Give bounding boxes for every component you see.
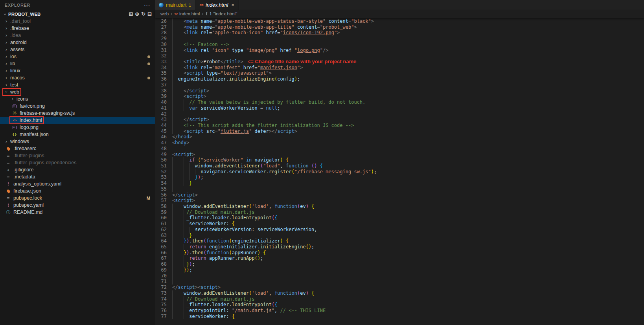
- code-line-57[interactable]: 57<script>: [155, 198, 644, 204]
- new-file-icon[interactable]: ⊞: [129, 11, 133, 17]
- tree-item-linux[interactable]: ›linux: [0, 67, 155, 74]
- new-folder-icon[interactable]: ⊕: [135, 11, 139, 17]
- explorer-more-actions-icon[interactable]: ···: [144, 2, 150, 8]
- code-line-66[interactable]: 66 }).then(function(appRunner) {: [155, 250, 644, 256]
- code-line-39[interactable]: 39 <script>: [155, 94, 644, 99]
- explorer-root-section[interactable]: › PROBOT_WEB ⊞⊕↻⊟: [0, 10, 155, 18]
- tree-item-index-html[interactable]: <>index.html: [0, 117, 155, 124]
- code-line-49[interactable]: 49<script>: [155, 152, 644, 158]
- code-line-40[interactable]: 40 // The value below is injected by flu…: [155, 99, 644, 105]
- indent-guide: [178, 42, 178, 48]
- tree-item-lib[interactable]: ›lib: [0, 60, 155, 67]
- code-line-60[interactable]: 60 _flutter.loader.loadEntrypoint({: [155, 215, 644, 221]
- tree-item-icons[interactable]: ›icons: [0, 95, 155, 103]
- code-line-50[interactable]: 50 if ("serviceWorker" in navigator) {: [155, 157, 644, 163]
- tree-item-readme-md[interactable]: ⓘREADME.md: [0, 209, 155, 216]
- tree-item--gitignore[interactable]: ◆.gitignore: [0, 166, 155, 173]
- code-line-64[interactable]: 64 }).then(function(engineInitializer) {: [155, 238, 644, 244]
- code-line-65[interactable]: 65 return engineInitializer.initializeEn…: [155, 244, 644, 250]
- code-line-45[interactable]: 45 <script src="flutter.js" defer></scri…: [155, 129, 644, 134]
- tree-item-pubspec-lock[interactable]: ≡pubspec.lockM: [0, 195, 155, 202]
- code-line-55[interactable]: 55: [155, 186, 644, 192]
- tree-item-logo-png[interactable]: logo.png: [0, 124, 155, 131]
- code-line-30[interactable]: 30 <!-- Favicon -->: [155, 42, 644, 48]
- tree-item-firebase-messaging-sw-js[interactable]: JSfirebase-messaging-sw.js: [0, 110, 155, 117]
- tree-item-manifest-json[interactable]: {}manifest.json: [0, 131, 155, 138]
- code-line-34[interactable]: 34 <link rel="manifest" href="manifest.j…: [155, 65, 644, 71]
- refresh-icon[interactable]: ↻: [141, 11, 145, 17]
- tree-item-macos[interactable]: ›macos: [0, 74, 155, 81]
- tab-problems-badge: 1: [189, 3, 191, 7]
- tree-item--metadata[interactable]: ≡.metadata: [0, 173, 155, 180]
- code-line-31[interactable]: 31 <link rel="icon" type="image/png" hre…: [155, 48, 644, 53]
- code-line-76[interactable]: 76 entrypointUrl: "/main.dart.js", // <-…: [155, 308, 644, 314]
- code-line-56[interactable]: 56</script>: [155, 192, 644, 198]
- code-line-67[interactable]: 67 return appRunner.runApp();: [155, 255, 644, 261]
- code-line-37[interactable]: 37: [155, 82, 644, 88]
- close-icon[interactable]: ×: [231, 2, 234, 8]
- code-line-43[interactable]: 43 </script>: [155, 117, 644, 123]
- breadcrumb-item-index-html[interactable]: <> index.html: [174, 11, 200, 16]
- code-line-51[interactable]: 51 window.addEventListener("load", funct…: [155, 163, 644, 169]
- code-line-33[interactable]: 33 <title>Probot</title> <= Change title…: [155, 59, 644, 65]
- tree-item-android[interactable]: ›android: [0, 39, 155, 46]
- tree-item--idea[interactable]: ›.idea: [0, 32, 155, 39]
- code-line-70[interactable]: 70: [155, 273, 644, 279]
- code-line-71[interactable]: 71: [155, 279, 644, 285]
- tree-item--flutter-plugins-dependencies[interactable]: ≡.flutter-plugins-dependencies: [0, 159, 155, 166]
- code-line-48[interactable]: 48: [155, 146, 644, 152]
- code-line-41[interactable]: 41 var serviceWorkerVersion = null;: [155, 105, 644, 111]
- code-line-77[interactable]: 77 serviceWorker: {: [155, 314, 644, 319]
- code-line-61[interactable]: 61 serviceWorker: {: [155, 221, 644, 227]
- code-editor[interactable]: 26 <meta name="apple-mobile-web-app-stat…: [155, 18, 644, 325]
- breadcrumb-item-web[interactable]: web: [160, 11, 169, 16]
- code-line-59[interactable]: 59 // Download main.dart.js: [155, 209, 644, 215]
- code-line-52[interactable]: 52 navigator.serviceWorker.register("/fi…: [155, 169, 644, 175]
- code-line-53[interactable]: 53 });: [155, 174, 644, 180]
- code-line-36[interactable]: 36 engineInitializer.initializeEngine(co…: [155, 76, 644, 82]
- tree-item--firebase[interactable]: ›.firebase: [0, 25, 155, 32]
- line-number: 58: [155, 204, 167, 209]
- code-line-29[interactable]: 29: [155, 36, 644, 42]
- code-line-74[interactable]: 74 // Download main.dart.js: [155, 296, 644, 302]
- code-line-69[interactable]: 69 });: [155, 267, 644, 273]
- line-number: 27: [155, 24, 167, 30]
- code-line-75[interactable]: 75 _flutter.loader.loadEntrypoint({: [155, 302, 644, 308]
- tree-item-test[interactable]: ›test: [0, 81, 155, 88]
- tree-item-analysis-options-yaml[interactable]: !analysis_options.yaml: [0, 180, 155, 187]
- code-line-73[interactable]: 73 window.addEventListener('load', funct…: [155, 290, 644, 296]
- tree-item-web[interactable]: ›web: [0, 88, 155, 95]
- code-line-35[interactable]: 35 <script type="text/javascript">: [155, 70, 644, 76]
- tree-item-ios[interactable]: ›ios: [0, 53, 155, 60]
- code-line-54[interactable]: 54 }: [155, 180, 644, 186]
- tab-index-html[interactable]: <> index.html ×: [195, 0, 239, 10]
- tree-item-pubspec-yaml[interactable]: !pubspec.yaml: [0, 202, 155, 209]
- tree-item--firebaserc[interactable]: .firebaserc: [0, 145, 155, 152]
- tree-item--flutter-plugins[interactable]: ≡.flutter-plugins: [0, 152, 155, 159]
- tree-item-assets[interactable]: ›assets: [0, 46, 155, 53]
- code-line-62[interactable]: 62 serviceWorkerVersion: serviceWorkerVe…: [155, 227, 644, 233]
- code-line-58[interactable]: 58 window.addEventListener('load', funct…: [155, 204, 644, 209]
- code-line-32[interactable]: 32: [155, 53, 644, 59]
- code-line-38[interactable]: 38 </script>: [155, 88, 644, 94]
- indent-guide: [178, 250, 178, 256]
- tree-item-favicon-png[interactable]: favicon.png: [0, 103, 155, 110]
- breadcrumb-symbol-item[interactable]: { } "index.html": [205, 11, 237, 16]
- code-line-72[interactable]: 72</script><script>: [155, 285, 644, 290]
- code-line-42[interactable]: 42: [155, 111, 644, 117]
- code-line-47[interactable]: 47<body>: [155, 140, 644, 146]
- code-line-46[interactable]: 46</head>: [155, 134, 644, 140]
- collapse-folders-icon[interactable]: ⊟: [147, 11, 152, 17]
- tree-item--dart-tool[interactable]: ›.dart_tool: [0, 18, 155, 25]
- tab-main-dart[interactable]: main.dart 1: [155, 0, 195, 10]
- code-line-27[interactable]: 27 <meta name="apple-mobile-web-app-titl…: [155, 24, 644, 30]
- tree-item-windows[interactable]: ›windows: [0, 138, 155, 145]
- code-line-26[interactable]: 26 <meta name="apple-mobile-web-app-stat…: [155, 18, 644, 24]
- code-line-44[interactable]: 44 <!-- This script adds the flutter ini…: [155, 123, 644, 129]
- code-line-63[interactable]: 63 }: [155, 233, 644, 239]
- tree-item-firebase-json[interactable]: firebase.json: [0, 187, 155, 195]
- code-line-28[interactable]: 28 <link rel="apple-touch-icon" href="ic…: [155, 30, 644, 36]
- git-modified-dot-badge: [147, 77, 150, 79]
- code-line-68[interactable]: 68 });: [155, 261, 644, 267]
- code-line-content: [172, 186, 178, 192]
